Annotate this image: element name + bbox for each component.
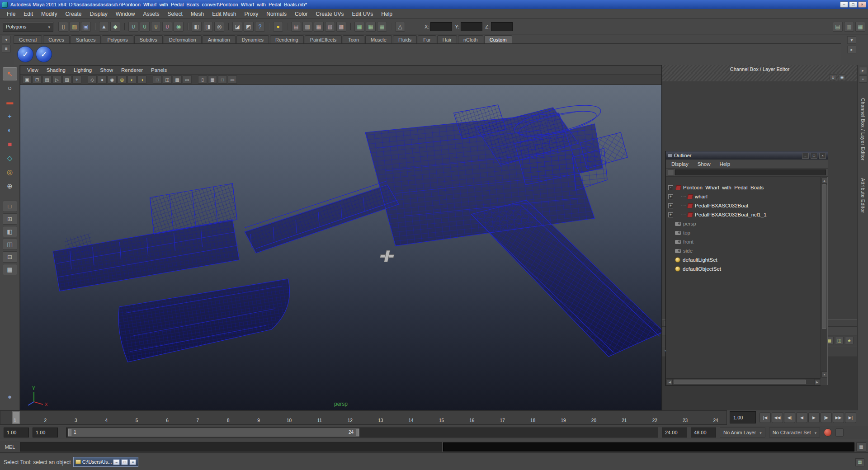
outliner-close-button[interactable]: × [819, 153, 826, 159]
resolution-gate-icon[interactable]: ▭ [183, 75, 192, 84]
pan-zoom-icon[interactable]: + [72, 75, 81, 84]
channel-box-vertical-tab[interactable]: Channel Box / Layer Editor [860, 94, 866, 164]
outliner-item-pontoon-wharf[interactable]: - Pontoon_Wharf_with_Pedal_Boats [666, 183, 821, 192]
component-editor-icon[interactable]: ▦ [354, 22, 364, 32]
task-minimize-button[interactable]: – [113, 459, 120, 465]
input-connections-icon[interactable]: ◧ [192, 22, 202, 32]
scale-tool-icon[interactable]: ■ [3, 137, 17, 150]
scroll-up-icon[interactable]: ▲ [821, 178, 827, 183]
camera-attributes-icon[interactable]: ▤ [42, 75, 52, 84]
outliner-item-side[interactable]: side [666, 246, 821, 255]
command-input[interactable] [20, 442, 442, 451]
shelf-tab[interactable]: Fur [418, 35, 436, 43]
menu-item[interactable]: Create [61, 11, 85, 17]
task-close-button[interactable]: × [129, 459, 136, 465]
isolate-select-icon[interactable]: □ [153, 75, 162, 84]
misc-mask-icon[interactable]: ▩ [336, 22, 346, 32]
shelf-tab[interactable]: Curves [43, 35, 70, 43]
play-forwards-button[interactable]: ▶ [808, 412, 820, 423]
shelf-menu-icon[interactable]: ≡ [2, 45, 11, 52]
shelf-tab-switch-icon[interactable]: ▾ [2, 36, 11, 43]
script-editor-icon[interactable]: ▦ [856, 442, 866, 451]
character-set-dropdown[interactable]: No Character Set [769, 428, 821, 437]
shelf-tab[interactable]: General [14, 35, 42, 43]
xray-icon[interactable]: ◫ [163, 75, 172, 84]
select-by-object-icon[interactable]: ◆ [110, 22, 120, 32]
outliner-item-default-light-set[interactable]: defaultLightSet [666, 255, 821, 264]
play-backwards-button[interactable]: ◀ [796, 412, 807, 423]
single-pane-layout-button[interactable]: □ [3, 201, 17, 212]
scroll-right-icon[interactable]: ▶ [814, 379, 820, 385]
show-manipulator-icon[interactable]: ⊕ [3, 179, 17, 193]
range-slider-track[interactable]: 1 24 [66, 428, 658, 437]
snap-to-projected-center-icon[interactable]: ∪ [162, 22, 172, 32]
screen-ao-icon[interactable]: ◑ [137, 75, 146, 84]
filter-icon[interactable] [668, 169, 674, 175]
custom-shelf-item-2-icon[interactable]: ✓ [36, 46, 52, 62]
field-chart-icon[interactable]: ▦ [208, 75, 217, 84]
viewport-canvas[interactable]: Y X persp [20, 85, 661, 410]
viewport-menu-item[interactable]: Shading [42, 67, 70, 73]
outliner-item-wharf[interactable]: + wharf [666, 192, 821, 201]
new-scene-icon[interactable]: ▯ [58, 22, 68, 32]
bookmarks-icon[interactable]: ▷ [52, 75, 61, 84]
save-scene-icon[interactable]: ▣ [81, 22, 91, 32]
shelf-editor-icon[interactable]: ▸ [847, 46, 856, 53]
rotate-tool-icon[interactable]: ◐ [3, 123, 17, 136]
lasso-tool-icon[interactable]: ○ [3, 81, 17, 94]
outliner-maximize-button[interactable]: □ [811, 153, 817, 159]
multi-pane-layout-button[interactable]: ▦ [3, 264, 17, 275]
attribute-editor-toggle-icon[interactable]: ▤ [833, 22, 843, 32]
viewport-menu-item[interactable]: Renderer [117, 67, 147, 73]
layer-attributes-icon[interactable]: ★ [845, 337, 854, 344]
quick-help-icon[interactable]: ? [255, 22, 265, 32]
menu-item[interactable]: Edit Mesh [208, 11, 240, 17]
step-back-frame-button[interactable]: ◀◀ [772, 412, 783, 423]
expander-icon[interactable]: + [668, 203, 673, 208]
image-plane-icon[interactable]: ▨ [62, 75, 71, 84]
object-mask-icon[interactable]: ▤ [291, 22, 301, 32]
explorer-task-window[interactable]: C:\Users\Us... – □ × [73, 457, 138, 467]
create-empty-layer-icon[interactable]: ◫ [835, 337, 844, 344]
expander-icon[interactable]: + [668, 212, 673, 217]
shelf-tab[interactable]: PaintEffects [305, 35, 342, 43]
persp-panel-layout-button[interactable]: ◫ [3, 239, 17, 250]
universal-manipulator-icon[interactable]: ◇ [3, 151, 17, 164]
animation-mask-icon[interactable]: ▦ [314, 22, 324, 32]
channel-box-toggle-icon[interactable]: ▦ [855, 22, 865, 32]
outliner-search-field[interactable] [675, 169, 826, 175]
time-slider[interactable]: 123456789101112131415161718192021222324 [0, 410, 727, 425]
select-tool-icon[interactable]: ↖ [3, 67, 17, 80]
custom-shelf-item-1-icon[interactable]: ✓ [17, 46, 33, 62]
attribute-spreadsheet-icon[interactable]: ▦ [366, 22, 376, 32]
shelf-tab[interactable]: Custom [484, 35, 512, 43]
soft-modification-icon[interactable]: ◎ [3, 165, 17, 179]
four-pane-layout-button[interactable]: ⊞ [3, 213, 17, 225]
menu-item[interactable]: Edit [19, 11, 37, 17]
menu-item[interactable]: Color [291, 11, 312, 17]
step-forward-frame-button[interactable]: ▶▶ [833, 412, 844, 423]
panel-toggle-icon-2[interactable]: ▪ [859, 75, 867, 83]
menu-item[interactable]: Assets [139, 11, 163, 17]
outliner-minimize-button[interactable]: – [802, 153, 809, 159]
attribute-editor-vertical-tab[interactable]: Attribute Editor [860, 174, 866, 216]
menu-item[interactable]: Help [377, 11, 396, 17]
shelf-tab[interactable]: Animation [203, 35, 236, 43]
shelf-tab[interactable]: Rendering [270, 35, 304, 43]
auto-keyframe-toggle[interactable] [824, 428, 832, 437]
shaded-display-icon[interactable]: ● [98, 75, 107, 84]
shelf-tab[interactable]: Subdivs [134, 35, 163, 43]
tool-settings-toggle-icon[interactable]: ▥ [844, 22, 854, 32]
panel-toggle-icon-1[interactable]: ▸ [859, 67, 867, 74]
expander-icon[interactable]: - [668, 185, 673, 190]
animation-start-field[interactable]: 1.00 [4, 428, 29, 437]
auto-keyframe-icon[interactable]: ● [273, 22, 283, 32]
minimize-button[interactable]: – [840, 1, 848, 8]
anim-layer-dropdown[interactable]: No Anim Layer [720, 428, 765, 437]
select-camera-icon[interactable]: ▣ [23, 75, 32, 84]
current-time-field[interactable]: 1.00 [730, 411, 756, 423]
shelf-tab[interactable]: Dynamics [236, 35, 269, 43]
output-connections-icon[interactable]: ◨ [203, 22, 213, 32]
command-language-toggle[interactable]: MEL [0, 444, 20, 450]
scroll-down-icon[interactable]: ▼ [821, 371, 827, 377]
